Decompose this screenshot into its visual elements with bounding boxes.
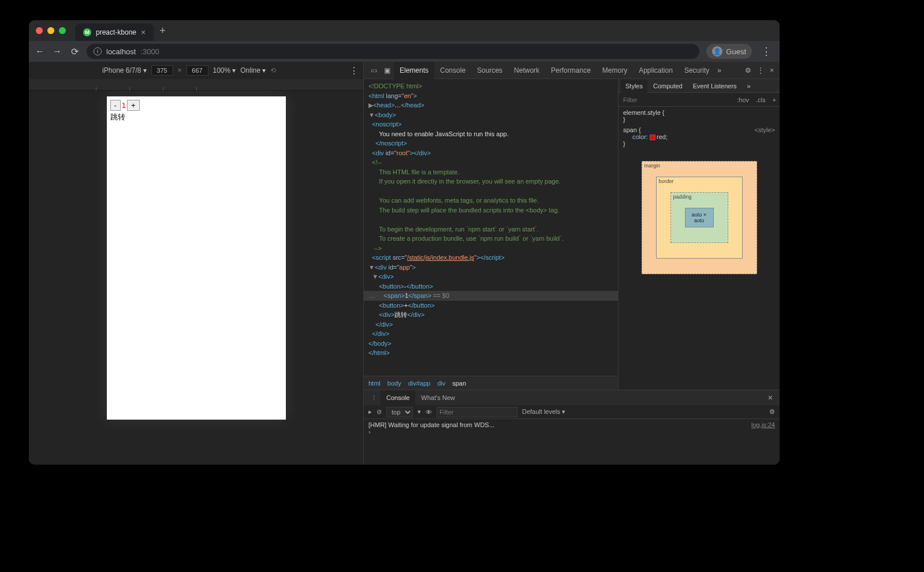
console-output[interactable]: [HMR] Waiting for update signal from WDS… xyxy=(364,419,780,465)
height-input[interactable] xyxy=(187,65,208,76)
color-swatch[interactable] xyxy=(650,134,655,140)
console-drawer-tabs: ⋮ Console What's New × xyxy=(364,390,780,405)
dim-separator: × xyxy=(178,66,182,74)
crumb-span[interactable]: span xyxy=(452,380,466,387)
console-toolbar: ▸ ⊘ top ▾ 👁 Default levels ▾ ⚙ xyxy=(364,405,780,419)
width-input[interactable] xyxy=(151,65,173,76)
new-tab-button[interactable]: + xyxy=(159,25,166,37)
zoom-selector[interactable]: 100% ▾ xyxy=(213,66,236,74)
devtools-close-button[interactable]: × xyxy=(770,66,774,74)
styles-pane: Styles Computed Event Listeners » :hov .… xyxy=(618,79,780,390)
tab-security[interactable]: Security xyxy=(679,62,715,79)
close-window-button[interactable] xyxy=(36,27,43,34)
devtools-menu-button[interactable]: ⋮ xyxy=(757,66,764,74)
back-button[interactable]: ← xyxy=(35,46,45,57)
console-filter-input[interactable] xyxy=(437,407,517,417)
close-tab-button[interactable]: × xyxy=(141,28,146,37)
console-sidebar-button[interactable]: ▸ xyxy=(368,408,372,416)
crumb-div[interactable]: div xyxy=(437,380,445,387)
decrement-button[interactable]: - xyxy=(110,100,121,111)
counter-value: 1 xyxy=(122,101,126,110)
console-settings-button[interactable]: ⚙ xyxy=(769,408,775,416)
devtools-tabs: ▭ ▣ Elements Console Sources Network Per… xyxy=(364,62,780,79)
url-port: :3000 xyxy=(140,47,159,56)
elements-pane: <!DOCTYPE html> <html lang="en"> ▶<head>… xyxy=(364,79,618,390)
tab-elements[interactable]: Elements xyxy=(394,62,434,79)
tab-console[interactable]: Console xyxy=(434,62,471,79)
crumb-body[interactable]: body xyxy=(388,380,401,387)
throttle-selector[interactable]: Online ▾ xyxy=(240,66,266,74)
tab-sources[interactable]: Sources xyxy=(471,62,508,79)
live-expression-button[interactable]: 👁 xyxy=(426,409,432,416)
box-model: margin- border- padding- auto × auto - -… xyxy=(642,161,757,274)
crumb-html[interactable]: html xyxy=(368,380,381,387)
device-toggle-button[interactable]: ▣ xyxy=(381,66,394,74)
reload-button[interactable]: ⟳ xyxy=(69,46,80,57)
url-host: localhost xyxy=(106,47,136,56)
forward-button[interactable]: → xyxy=(52,46,62,57)
tab-network[interactable]: Network xyxy=(508,62,545,79)
dom-tree[interactable]: <!DOCTYPE html> <html lang="en"> ▶<head>… xyxy=(364,79,618,376)
browser-window: M preact-kbone × + ← → ⟳ i localhost:300… xyxy=(29,20,780,465)
tab-performance[interactable]: Performance xyxy=(545,62,597,79)
tab-styles[interactable]: Styles xyxy=(621,79,647,93)
profile-button[interactable]: 👤 Guest xyxy=(706,44,752,59)
devtools-body: <!DOCTYPE html> <html lang="en"> ▶<head>… xyxy=(364,79,780,390)
device-frame: -1+ 跳转 xyxy=(107,96,286,420)
tab-title: preact-kbone xyxy=(96,28,136,36)
console-drawer: ⋮ Console What's New × ▸ ⊘ top ▾ 👁 Defau… xyxy=(364,390,780,465)
maximize-window-button[interactable] xyxy=(59,27,66,34)
cls-toggle[interactable]: .cls xyxy=(752,96,769,103)
minimize-window-button[interactable] xyxy=(47,27,54,34)
devtools-panel: ▭ ▣ Elements Console Sources Network Per… xyxy=(364,62,780,465)
content-area: iPhone 6/7/8 ▾ × 100% ▾ Online ▾ ⟲ ⋮ -1+ xyxy=(29,62,780,465)
drawer-menu-button[interactable]: ⋮ xyxy=(367,394,381,402)
titlebar: M preact-kbone × + xyxy=(29,20,780,41)
tab-memory[interactable]: Memory xyxy=(597,62,633,79)
tab-event-listeners[interactable]: Event Listeners xyxy=(688,79,742,93)
add-rule-button[interactable]: + xyxy=(769,96,780,103)
device-viewport: -1+ 跳转 xyxy=(29,91,363,465)
site-info-icon[interactable]: i xyxy=(94,47,102,55)
context-selector[interactable]: top xyxy=(386,407,413,417)
clear-console-button[interactable]: ⊘ xyxy=(377,408,382,416)
drawer-tab-console[interactable]: Console xyxy=(381,390,415,405)
nav-link[interactable]: 跳转 xyxy=(110,112,282,122)
drawer-close-button[interactable]: × xyxy=(765,393,776,402)
device-toolbar: iPhone 6/7/8 ▾ × 100% ▾ Online ▾ ⟲ ⋮ xyxy=(29,62,363,79)
styles-filter-row: :hov .cls + xyxy=(619,93,780,107)
styles-filter-input[interactable] xyxy=(619,96,733,103)
hov-toggle[interactable]: :hov xyxy=(733,96,752,103)
app-content: -1+ 跳转 xyxy=(107,96,286,126)
inspect-element-button[interactable]: ▭ xyxy=(367,66,381,74)
browser-menu-button[interactable]: ⋮ xyxy=(759,45,774,58)
counter-row: -1+ xyxy=(110,100,282,111)
log-levels-selector[interactable]: Default levels ▾ xyxy=(522,408,565,416)
device-menu-button[interactable]: ⋮ xyxy=(349,65,359,76)
styles-rules[interactable]: element.style { } span {<style> color: r… xyxy=(619,107,780,149)
browser-toolbar: ← → ⟳ i localhost:3000 👤 Guest ⋮ xyxy=(29,41,780,62)
tabs-overflow-button[interactable]: » xyxy=(717,66,721,74)
profile-label: Guest xyxy=(726,47,746,56)
styles-overflow-button[interactable]: » xyxy=(743,79,755,93)
device-selector[interactable]: iPhone 6/7/8 ▾ xyxy=(102,66,146,74)
url-bar[interactable]: i localhost:3000 xyxy=(87,44,699,59)
avatar-icon: 👤 xyxy=(712,46,722,57)
dom-breadcrumb: html body div#app div span xyxy=(364,376,618,390)
increment-button[interactable]: + xyxy=(127,100,140,111)
device-panel: iPhone 6/7/8 ▾ × 100% ▾ Online ▾ ⟲ ⋮ -1+ xyxy=(29,62,364,465)
ruler xyxy=(29,79,363,91)
browser-tab[interactable]: M preact-kbone × xyxy=(75,24,154,41)
rotate-button[interactable]: ⟲ xyxy=(270,66,276,74)
settings-button[interactable]: ⚙ xyxy=(745,66,751,74)
styles-tabs: Styles Computed Event Listeners » xyxy=(619,79,780,93)
drawer-tab-whatsnew[interactable]: What's New xyxy=(415,390,460,405)
crumb-app[interactable]: div#app xyxy=(408,380,431,387)
traffic-lights xyxy=(36,27,66,34)
tab-application[interactable]: Application xyxy=(633,62,679,79)
tab-computed[interactable]: Computed xyxy=(649,79,687,93)
favicon-icon: M xyxy=(83,28,91,36)
